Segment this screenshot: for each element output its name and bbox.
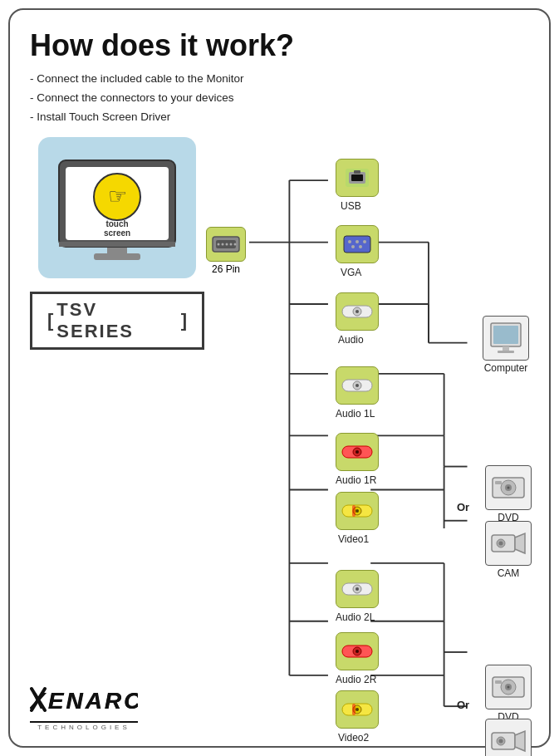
computer-icon xyxy=(483,316,529,361)
svg-point-45 xyxy=(226,243,228,245)
diagram-area: 26 Pin USB xyxy=(204,137,529,719)
svg-text:☞: ☞ xyxy=(108,184,127,209)
svg-marker-100 xyxy=(515,731,525,751)
xenarc-name: ENARC XENARC xyxy=(30,685,138,720)
monitor-box: ☞ touch screen xyxy=(38,137,196,278)
svg-rect-84 xyxy=(498,351,514,353)
dvd2-icon xyxy=(485,665,532,709)
monitor-illustration: ☞ touch screen xyxy=(51,145,184,270)
audio2l-connector xyxy=(336,570,379,608)
audio2r-label: Audio 2R xyxy=(336,674,376,685)
svg-rect-82 xyxy=(493,326,518,344)
svg-point-57 xyxy=(359,245,362,248)
svg-point-47 xyxy=(234,243,237,245)
svg-rect-98 xyxy=(495,680,502,684)
svg-point-93 xyxy=(499,541,503,545)
svg-point-44 xyxy=(222,243,224,245)
svg-point-63 xyxy=(356,384,359,387)
svg-point-55 xyxy=(363,240,366,243)
vga-connector xyxy=(336,225,379,263)
svg-point-66 xyxy=(356,450,359,454)
video1-label: Video1 xyxy=(338,533,369,545)
xenarc-svg: ENARC XENARC xyxy=(30,685,138,715)
svg-text:screen: screen xyxy=(104,228,130,238)
audio2r-connector xyxy=(336,632,379,670)
dvd1-icon xyxy=(485,465,532,510)
bullet-1: Connect the included cable to the Monito… xyxy=(30,70,529,89)
computer-label: Computer xyxy=(484,362,528,374)
svg-point-76 xyxy=(356,650,359,653)
audio1r-connector xyxy=(336,433,379,471)
svg-rect-70 xyxy=(352,505,356,517)
svg-point-79 xyxy=(356,708,359,711)
svg-rect-80 xyxy=(352,704,356,715)
cam2-device: CAM xyxy=(485,719,532,756)
audio1r-label: Audio 1R xyxy=(336,474,376,486)
svg-rect-8 xyxy=(59,242,175,247)
page-container: How does it work? Connect the included c… xyxy=(8,8,551,748)
tsv-text: TSV SERIES xyxy=(56,299,177,342)
svg-point-46 xyxy=(230,243,233,245)
svg-point-88 xyxy=(508,486,510,488)
left-side: ☞ touch screen [ TSV SERIES ] xyxy=(30,137,204,719)
bracket-left: [ xyxy=(47,312,53,330)
audio1l-label: Audio 1L xyxy=(336,408,375,420)
svg-point-69 xyxy=(356,509,359,513)
pin26-label: 26 Pin xyxy=(212,263,240,275)
svg-rect-89 xyxy=(495,481,502,484)
or-label-1: Or xyxy=(457,501,469,513)
tsv-series-label: [ TSV SERIES ] xyxy=(30,292,204,350)
svg-point-60 xyxy=(356,310,359,313)
video2-connector xyxy=(336,690,379,729)
audio1l-connector xyxy=(336,366,379,405)
xenarc-sub: TECHNOLOGIES xyxy=(30,724,138,731)
bullet-3: Install Touch Screen Driver xyxy=(30,108,529,127)
svg-marker-91 xyxy=(515,533,525,553)
svg-point-102 xyxy=(499,739,503,743)
cam2-icon xyxy=(485,719,532,756)
video2-label: Video2 xyxy=(338,732,369,744)
svg-point-56 xyxy=(351,245,355,248)
xenarc-divider xyxy=(30,721,138,723)
vga-label: VGA xyxy=(341,267,361,278)
pin26-icon xyxy=(206,227,246,262)
cam1-device: CAM xyxy=(485,521,532,579)
cam1-label: CAM xyxy=(498,567,520,579)
svg-text:XENARC: XENARC xyxy=(30,688,138,714)
xenarc-logo: ENARC XENARC TECHNOLOGIES xyxy=(30,685,138,731)
wire-diagram xyxy=(204,137,529,719)
svg-point-97 xyxy=(508,685,510,688)
main-area: ☞ touch screen [ TSV SERIES ] xyxy=(30,137,529,719)
video1-connector xyxy=(336,492,379,530)
svg-rect-51 xyxy=(354,170,360,174)
page-title: How does it work? xyxy=(30,28,529,63)
usb-label: USB xyxy=(341,200,361,212)
svg-point-53 xyxy=(348,240,351,243)
svg-point-43 xyxy=(218,243,220,245)
audio2l-label: Audio 2L xyxy=(336,611,375,623)
svg-text:touch: touch xyxy=(105,219,128,228)
cam1-icon xyxy=(485,521,532,566)
bracket-right: ] xyxy=(181,312,187,330)
computer-device: Computer xyxy=(483,316,529,374)
svg-rect-52 xyxy=(344,236,370,253)
svg-rect-1 xyxy=(94,253,140,260)
or-label-2: Or xyxy=(457,699,469,711)
bullet-2: Connect the connectors to your devices xyxy=(30,89,529,108)
svg-rect-50 xyxy=(351,174,363,181)
svg-point-73 xyxy=(356,587,359,591)
svg-point-54 xyxy=(356,240,359,243)
usb-connector xyxy=(336,159,379,197)
audio-label: Audio xyxy=(338,334,364,346)
audio-connector xyxy=(336,292,379,331)
bullet-list: Connect the included cable to the Monito… xyxy=(30,70,529,127)
svg-rect-83 xyxy=(503,346,509,351)
pin26-connector: 26 Pin xyxy=(206,227,246,275)
